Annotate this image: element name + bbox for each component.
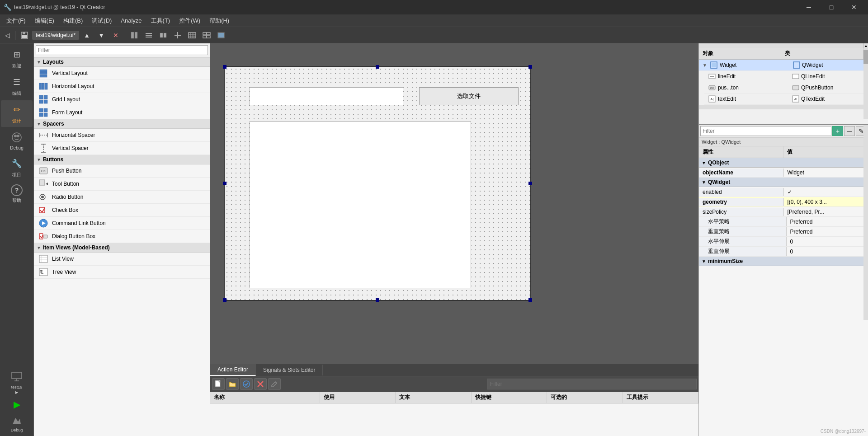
object-row-lineedit[interactable]: lineEdit QLineEdit xyxy=(704,71,868,82)
toolbar-icon-6[interactable] xyxy=(200,29,213,42)
sidebar-item-run[interactable]: ▶ xyxy=(1,397,33,412)
prop-row-hstretch[interactable]: 水平伸展 0 xyxy=(699,237,868,247)
sidebar-item-design[interactable]: ✏ 设计 xyxy=(1,100,33,127)
bottom-filter-input[interactable] xyxy=(487,379,697,389)
sidebar-item-project[interactable]: 🔧 项目 xyxy=(1,154,33,181)
action-new-btn[interactable] xyxy=(212,378,225,390)
canvas-line-edit[interactable] xyxy=(250,87,403,105)
widget-tree-view[interactable]: Tree View xyxy=(34,266,210,279)
toolbar-icon-5[interactable] xyxy=(185,29,199,42)
widget-tool-button[interactable]: Tool Button xyxy=(34,178,210,191)
menu-item-h[interactable]: 帮助(H) xyxy=(205,15,234,27)
prop-section-qwidget[interactable]: ▼ QWidget xyxy=(699,178,868,187)
widget-vertical-spacer[interactable]: Vertical Spacer xyxy=(34,142,210,155)
widget-form-layout[interactable]: Form Layout xyxy=(34,106,210,119)
widget-radio-button[interactable]: Radio Button xyxy=(34,191,210,204)
sidebar-item-test19[interactable]: test19 ▶ xyxy=(1,369,33,396)
toolbar-close-tab[interactable]: ✕ xyxy=(109,29,123,42)
svg-rect-27 xyxy=(12,372,22,379)
sidebar-item-welcome[interactable]: ⊞ 欢迎 xyxy=(1,45,33,72)
action-save-btn[interactable] xyxy=(240,378,253,390)
sidebar-item-edit[interactable]: ☰ 编辑 xyxy=(1,73,33,99)
widget-check-box[interactable]: Check Box xyxy=(34,204,210,217)
minimize-button[interactable]: ─ xyxy=(798,0,819,14)
svg-rect-36 xyxy=(39,95,43,99)
prop-row-vstretch[interactable]: 垂直伸展 0 xyxy=(699,247,868,257)
prop-row-vpolicy[interactable]: 垂直策略 Preferred xyxy=(699,227,868,237)
close-button[interactable]: ✕ xyxy=(844,0,864,14)
object-row-widget[interactable]: ▼ Widget QWidget xyxy=(699,60,868,71)
menu-item-t[interactable]: 工具(T) xyxy=(146,15,175,27)
section-item-views[interactable]: ▼ Item Views (Model-Based) xyxy=(34,243,210,253)
sidebar-item-debug[interactable]: Debug xyxy=(1,128,33,153)
toolbar-icon-1[interactable] xyxy=(127,29,141,42)
menu-item-d[interactable]: 调试(D) xyxy=(87,15,116,27)
prop-row-sizepolicy[interactable]: sizePolicy [Preferred, Pr... xyxy=(699,207,868,217)
object-panel-vscroll[interactable] xyxy=(863,48,868,119)
sidebar-item-build[interactable]: Debug xyxy=(1,413,33,434)
section-layouts[interactable]: ▼ Layouts xyxy=(34,57,210,67)
widget-push-button[interactable]: OK Push Button xyxy=(34,164,210,178)
widget-list-view[interactable]: List View xyxy=(34,253,210,266)
menu-item-b[interactable]: 构建(B) xyxy=(59,15,87,27)
object-panel-scroll-up[interactable]: ▲ xyxy=(863,43,868,48)
radio-button-label: Radio Button xyxy=(52,194,83,200)
prop-add-button[interactable]: + xyxy=(832,126,843,136)
svg-rect-6 xyxy=(146,35,152,36)
prop-value-vstretch: 0 xyxy=(787,248,868,256)
prop-filter-input[interactable] xyxy=(700,126,831,136)
toolbar-icon-2[interactable] xyxy=(142,29,156,42)
toolbar-tab-arrow-up[interactable]: ▲ xyxy=(80,29,94,42)
prop-row-geometry[interactable]: geometry [(0, 0), 400 x 3... xyxy=(699,197,868,207)
prop-section-arrow-minimumsize: ▼ xyxy=(702,259,706,264)
prop-row-hpolicy[interactable]: 水平策略 Preferred xyxy=(699,217,868,227)
widget-command-link-button[interactable]: Command Link Button xyxy=(34,217,210,230)
design-canvas[interactable]: 选取文件 xyxy=(224,66,531,301)
prop-section-qobject[interactable]: ▼ QObject xyxy=(699,158,868,168)
handle-br xyxy=(528,298,532,302)
menu-item-f[interactable]: 文件(F) xyxy=(2,15,30,27)
toolbar-icon-4[interactable] xyxy=(171,29,184,42)
object-row-pushbutton[interactable]: OK pus...ton QPushButton xyxy=(704,82,868,94)
toolbar-tab-arrow-down[interactable]: ▼ xyxy=(94,29,108,42)
prop-row-enabled[interactable]: enabled ✓ xyxy=(699,187,868,197)
toolbar-icon-3[interactable] xyxy=(156,29,170,42)
prop-row-objectname[interactable]: objectName Widget xyxy=(699,168,868,178)
prop-value-sizepolicy: [Preferred, Pr... xyxy=(784,208,868,216)
svg-rect-40 xyxy=(39,108,43,112)
prop-minus-button[interactable]: ─ xyxy=(844,126,855,136)
widget-filter-input[interactable] xyxy=(36,45,208,55)
sidebar-item-help[interactable]: ? 帮助 xyxy=(1,182,33,206)
menu-item-e[interactable]: 编辑(E) xyxy=(30,15,59,27)
tab-action-editor[interactable]: Action Editor xyxy=(210,364,256,376)
action-open-btn[interactable] xyxy=(226,378,239,390)
tab-signals-slots-editor[interactable]: Signals & Slots Editor xyxy=(256,365,323,375)
widget-dialog-button-box[interactable]: Dialog Button Box xyxy=(34,230,210,243)
section-spacers[interactable]: ▼ Spacers xyxy=(34,119,210,129)
canvas-text-edit[interactable] xyxy=(250,121,471,288)
prop-section-label-minimumsize: minimumSize xyxy=(708,258,743,264)
object-row-textedit[interactable]: A| textEdit AI QTextEdit xyxy=(704,94,868,105)
action-delete-btn[interactable] xyxy=(254,378,267,390)
svg-rect-19 xyxy=(207,33,210,35)
canvas-push-button[interactable]: 选取文件 xyxy=(419,87,519,105)
edit-icon: ☰ xyxy=(10,75,24,89)
menu-item-analyze[interactable]: Analyze xyxy=(116,15,146,26)
section-buttons[interactable]: ▼ Buttons xyxy=(34,155,210,164)
handle-bm xyxy=(376,298,379,302)
toolbar-icon-7[interactable] xyxy=(214,29,228,42)
action-edit-btn[interactable] xyxy=(268,378,281,390)
back-button[interactable]: ◁ xyxy=(2,29,13,42)
prop-section-minimumsize[interactable]: ▼ minimumSize xyxy=(699,257,868,266)
prop-name-geometry: geometry xyxy=(699,198,784,206)
svg-text:AI: AI xyxy=(794,98,797,101)
maximize-button[interactable]: □ xyxy=(821,0,842,14)
widget-horizontal-layout[interactable]: Horizontal Layout xyxy=(34,80,210,93)
widget-horizontal-spacer[interactable]: Horizontal Spacer xyxy=(34,129,210,142)
object-type-textedit: AI QTextEdit xyxy=(792,95,864,103)
widget-vertical-layout[interactable]: Vertical Layout xyxy=(34,67,210,80)
widget-grid-layout[interactable]: Grid Layout xyxy=(34,93,210,106)
object-panel-vscroll-thumb[interactable] xyxy=(863,50,868,64)
menu-item-w[interactable]: 控件(W) xyxy=(175,15,205,27)
toolbar-save-icon[interactable] xyxy=(18,29,31,42)
